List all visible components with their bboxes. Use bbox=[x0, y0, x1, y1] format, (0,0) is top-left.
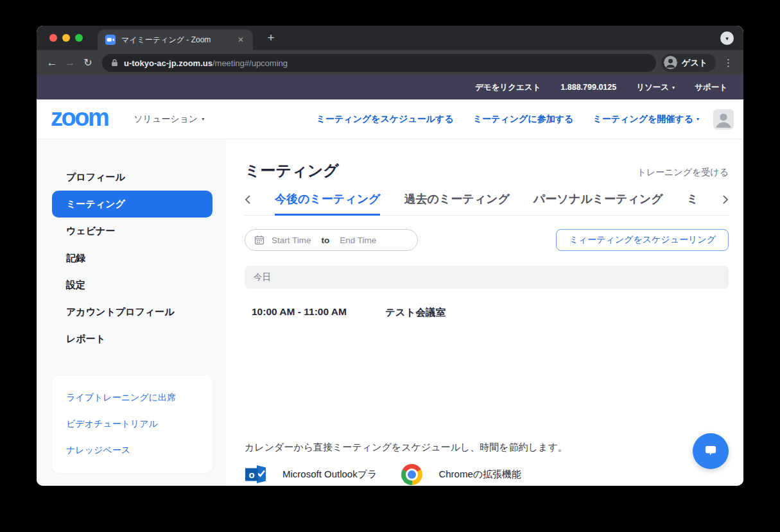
lock-icon bbox=[111, 58, 118, 67]
schedule-meeting-button[interactable]: ミィーティングをスケジューリング bbox=[556, 229, 729, 251]
window-controls bbox=[49, 34, 83, 42]
chevron-down-icon: ▾ bbox=[202, 116, 204, 122]
chevron-down-icon: ▾ bbox=[697, 116, 699, 122]
page-content: プロフィール ミーティング ウェビナー 記録 設定 アカウントプロフィール レポ… bbox=[37, 139, 743, 486]
url-path: /meeting#/upcoming bbox=[212, 58, 288, 68]
back-button[interactable]: ← bbox=[43, 54, 61, 72]
forward-button[interactable]: → bbox=[61, 54, 79, 72]
support-link[interactable]: サポート bbox=[695, 82, 727, 93]
svg-text:o: o bbox=[248, 469, 254, 480]
end-time-placeholder: End Time bbox=[340, 236, 376, 245]
sidebar-item-recordings[interactable]: 記録 bbox=[37, 245, 226, 271]
integrations-row: o Microsoft Outlookプラ Chromeの拡張機能 bbox=[245, 463, 729, 485]
sidebar-item-account-profile[interactable]: アカウントプロフィール bbox=[37, 298, 226, 325]
sidebar-item-meetings[interactable]: ミーティング bbox=[52, 191, 212, 218]
browser-tab[interactable]: マイミーティング - Zoom ✕ bbox=[98, 30, 253, 50]
tab-truncated[interactable]: ミ bbox=[687, 190, 698, 216]
page-title: ミーティング bbox=[245, 162, 339, 180]
meeting-list-item[interactable]: 10:00 AM - 11:00 AM テスト会議室 bbox=[245, 306, 729, 320]
site-header: zoom ソリューション ▾ ミーティングをスケジュールする ミーティングに参加… bbox=[37, 99, 743, 139]
knowledge-base-link[interactable]: ナレッジベース bbox=[66, 445, 201, 456]
browser-toolbar: ← → ↻ u-tokyo-ac-jp.zoom.us/meeting#/upc… bbox=[37, 50, 743, 75]
outlook-plugin-label: Microsoft Outlookプラ bbox=[282, 468, 377, 481]
video-tutorials-link[interactable]: ビデオチュートリアル bbox=[66, 418, 201, 430]
date-range-input[interactable]: Start Time to End Time bbox=[245, 229, 418, 251]
sidebar-item-settings[interactable]: 設定 bbox=[37, 271, 226, 298]
chrome-icon bbox=[401, 464, 422, 485]
zoom-logo[interactable]: zoom bbox=[51, 105, 108, 130]
address-bar[interactable]: u-tokyo-ac-jp.zoom.us/meeting#/upcoming bbox=[102, 54, 656, 72]
close-window-button[interactable] bbox=[49, 34, 57, 42]
solutions-menu[interactable]: ソリューション ▾ bbox=[134, 114, 204, 125]
chrome-extension-label: Chromeの拡張機能 bbox=[438, 468, 521, 481]
join-meeting-link[interactable]: ミーティングに参加する bbox=[473, 114, 574, 125]
profile-avatar-icon bbox=[664, 56, 677, 69]
browser-profile-chip[interactable]: ゲスト bbox=[661, 54, 716, 72]
guest-label: ゲスト bbox=[682, 57, 707, 69]
new-tab-button[interactable]: + bbox=[263, 30, 279, 46]
host-meeting-label: ミーティングを開催する bbox=[593, 114, 693, 125]
browser-tab-strip: マイミーティング - Zoom ✕ + ▾ bbox=[37, 26, 743, 50]
tab-search-chevron-icon[interactable]: ▾ bbox=[720, 31, 734, 45]
url-host: u-tokyo-ac-jp.zoom.us bbox=[124, 58, 212, 68]
chat-bubble-icon bbox=[702, 443, 719, 459]
tab-personal-meetings[interactable]: パーソナルミーティング bbox=[533, 190, 663, 216]
day-group-header: 今日 bbox=[245, 266, 729, 289]
browser-window: マイミーティング - Zoom ✕ + ▾ ← → ↻ u-tokyo-ac-j… bbox=[37, 26, 743, 486]
sidebar-item-profile[interactable]: プロフィール bbox=[37, 164, 226, 191]
person-icon bbox=[713, 109, 734, 130]
meeting-topic[interactable]: テスト会議室 bbox=[385, 306, 446, 320]
main-panel: ミーティング トレーニングを受ける 今後のミーティング 過去のミーティング パー… bbox=[226, 139, 743, 486]
schedule-meeting-link[interactable]: ミーティングをスケジュールする bbox=[316, 114, 453, 125]
zoom-window-button[interactable] bbox=[75, 34, 83, 42]
help-card: ライブトレーニングに出席 ビデオチュートリアル ナレッジベース bbox=[52, 375, 212, 473]
get-training-link[interactable]: トレーニングを受ける bbox=[637, 167, 729, 178]
phone-number[interactable]: 1.888.799.0125 bbox=[560, 83, 616, 92]
filter-row: Start Time to End Time ミィーティングをスケジューリング bbox=[245, 229, 729, 251]
host-meeting-menu[interactable]: ミーティングを開催する ▾ bbox=[593, 114, 699, 125]
chrome-extension-link[interactable]: Chromeの拡張機能 bbox=[401, 464, 521, 485]
tabs-scroll-right-icon[interactable] bbox=[722, 194, 729, 211]
calendar-promo-text: カレンダーから直接ミーティングをスケジュールし、時間を節約します。 bbox=[245, 442, 729, 454]
sidebar-item-reports[interactable]: レポート bbox=[37, 325, 226, 352]
url-text: u-tokyo-ac-jp.zoom.us/meeting#/upcoming bbox=[118, 57, 288, 69]
request-demo-link[interactable]: デモをリクエスト bbox=[475, 82, 541, 93]
tab-upcoming-meetings[interactable]: 今後のミーティング bbox=[275, 190, 381, 216]
sidebar: プロフィール ミーティング ウェビナー 記録 設定 アカウントプロフィール レポ… bbox=[37, 139, 226, 486]
calendar-icon bbox=[254, 235, 264, 245]
sidebar-item-webinars[interactable]: ウェビナー bbox=[37, 218, 226, 245]
reload-button[interactable]: ↻ bbox=[79, 54, 97, 72]
tab-close-icon[interactable]: ✕ bbox=[235, 34, 247, 46]
outlook-plugin-link[interactable]: o Microsoft Outlookプラ bbox=[245, 463, 377, 485]
date-range-to-label: to bbox=[322, 236, 330, 245]
resources-label: リソース bbox=[636, 82, 669, 93]
minimize-window-button[interactable] bbox=[62, 34, 70, 42]
solutions-label: ソリューション bbox=[134, 114, 198, 125]
main-header-row: ミーティング トレーニングを受ける bbox=[245, 162, 729, 180]
tab-title: マイミーティング - Zoom bbox=[116, 35, 235, 46]
tab-previous-meetings[interactable]: 過去のミーティング bbox=[404, 190, 510, 216]
attend-live-training-link[interactable]: ライブトレーニングに出席 bbox=[66, 392, 201, 404]
chat-support-button[interactable] bbox=[693, 433, 729, 469]
zoom-favicon-icon bbox=[105, 35, 116, 45]
resources-menu[interactable]: リソース ▾ bbox=[636, 82, 675, 93]
account-avatar[interactable] bbox=[713, 109, 734, 130]
browser-menu-icon[interactable]: ⋮ bbox=[720, 57, 737, 69]
chevron-down-icon: ▾ bbox=[672, 85, 675, 90]
tabs-scroll-left-icon[interactable] bbox=[245, 194, 251, 211]
outlook-icon: o bbox=[245, 463, 266, 485]
meetings-tab-bar: 今後のミーティング 過去のミーティング パーソナルミーティング ミ bbox=[245, 190, 729, 216]
start-time-placeholder: Start Time bbox=[272, 236, 311, 245]
meeting-time: 10:00 AM - 11:00 AM bbox=[252, 306, 385, 320]
site-top-nav: デモをリクエスト 1.888.799.0125 リソース ▾ サポート bbox=[37, 75, 743, 99]
